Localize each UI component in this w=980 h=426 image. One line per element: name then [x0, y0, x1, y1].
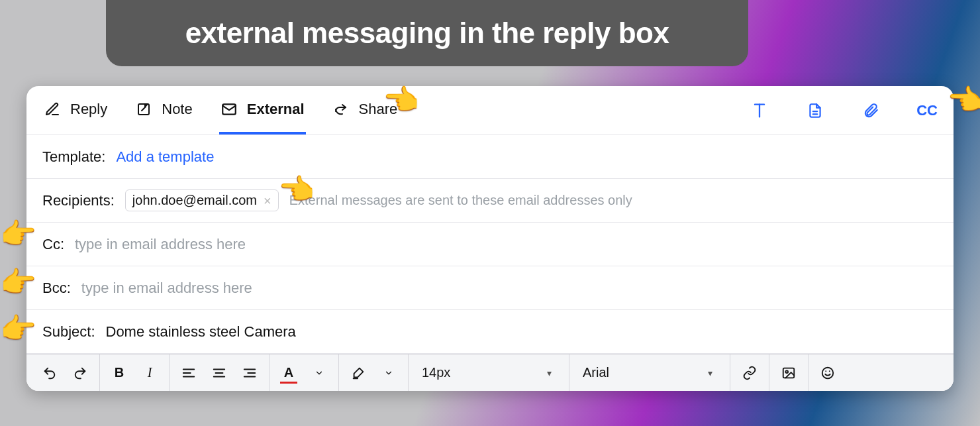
cc-toggle-button[interactable]: CC — [916, 102, 938, 119]
document-button[interactable] — [805, 101, 825, 121]
right-tools: CC — [750, 101, 938, 121]
text-color-button[interactable]: A — [273, 360, 304, 386]
subject-input[interactable] — [106, 323, 938, 341]
recipient-chip-remove[interactable]: × — [264, 194, 271, 207]
bold-button[interactable]: B — [104, 360, 134, 386]
tab-note[interactable]: Note — [134, 86, 193, 134]
emoji-button[interactable] — [812, 360, 843, 386]
cc-row: Cc: — [26, 223, 954, 266]
note-icon — [135, 101, 152, 118]
reply-box-card: Reply Note External Share — [26, 86, 954, 391]
highlight-button[interactable] — [343, 360, 373, 386]
recipient-chip[interactable]: john.doe@email.com × — [125, 189, 279, 211]
tab-reply-label: Reply — [70, 101, 107, 118]
banner-title: external messaging in the reply box — [185, 17, 669, 50]
tabs-row: Reply Note External Share — [26, 86, 954, 135]
bcc-label: Bcc: — [42, 280, 71, 297]
recipient-chip-text: john.doe@email.com — [132, 193, 257, 208]
svg-point-3 — [785, 370, 788, 373]
subject-label: Subject: — [42, 323, 95, 341]
italic-button[interactable]: I — [134, 360, 165, 386]
font-family-select[interactable]: Arial ▾ — [573, 360, 726, 386]
format-toolbar: B I A — [26, 354, 954, 391]
template-label: Template: — [42, 148, 105, 166]
attachment-button[interactable] — [861, 101, 881, 121]
highlight-chevron[interactable] — [373, 360, 404, 386]
tab-share-label: Share — [359, 101, 398, 118]
pencil-icon — [44, 101, 61, 118]
recipients-row: Recipients: john.doe@email.com × Externa… — [26, 179, 954, 223]
align-left-button[interactable] — [173, 360, 204, 386]
chevron-down-icon: ▾ — [708, 368, 712, 378]
tab-note-label: Note — [162, 101, 192, 118]
text-format-button[interactable] — [750, 101, 769, 121]
font-family-value: Arial — [583, 365, 609, 380]
link-button[interactable] — [734, 360, 765, 386]
font-size-select[interactable]: 14px ▾ — [413, 360, 565, 386]
chevron-down-icon: ▾ — [547, 368, 552, 378]
template-row: Template: Add a template — [26, 135, 954, 179]
tab-share[interactable]: Share — [331, 86, 399, 134]
share-icon — [332, 101, 350, 118]
image-button[interactable] — [773, 360, 804, 386]
page-banner: external messaging in the reply box — [106, 0, 748, 66]
tab-external[interactable]: External — [219, 86, 306, 134]
bcc-input[interactable] — [81, 280, 938, 297]
bcc-row: Bcc: — [26, 266, 954, 310]
subject-row: Subject: — [26, 310, 954, 354]
mail-icon — [220, 101, 238, 118]
tab-external-label: External — [247, 101, 305, 118]
tab-reply[interactable]: Reply — [42, 86, 109, 134]
font-size-value: 14px — [422, 365, 450, 380]
redo-button[interactable] — [65, 360, 95, 386]
cc-label: Cc: — [42, 236, 64, 253]
add-template-link[interactable]: Add a template — [116, 148, 214, 166]
text-color-chevron[interactable] — [304, 360, 334, 386]
recipients-label: Recipients: — [42, 192, 115, 209]
align-center-button[interactable] — [204, 360, 234, 386]
align-right-button[interactable] — [234, 360, 265, 386]
undo-button[interactable] — [34, 360, 65, 386]
svg-point-4 — [822, 367, 834, 378]
cc-input[interactable] — [75, 236, 938, 253]
recipients-hint: External messages are sent to these emai… — [289, 193, 632, 208]
